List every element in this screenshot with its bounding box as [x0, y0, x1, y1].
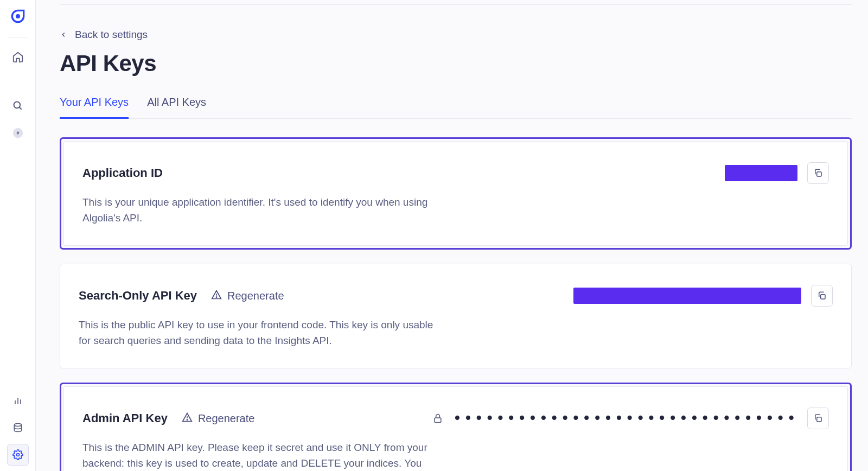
svg-point-7: [14, 424, 21, 427]
sidebar-item-analytics[interactable]: [7, 390, 29, 411]
svg-line-2: [19, 107, 21, 110]
search-key-desc: This is the public API key to use in you…: [79, 317, 437, 348]
svg-point-0: [16, 14, 20, 18]
admin-key-highlight: Admin API Key Regenerate: [60, 383, 852, 471]
svg-rect-9: [817, 172, 821, 176]
sidebar-item-settings[interactable]: [7, 444, 29, 466]
admin-key-desc: This is the ADMIN API key. Please keep i…: [82, 440, 441, 471]
svg-rect-12: [821, 295, 825, 299]
back-to-settings-link[interactable]: Back to settings: [60, 29, 868, 41]
page-title: API Keys: [60, 50, 868, 77]
application-id-desc: This is your unique application identifi…: [82, 195, 441, 226]
copy-admin-key-button[interactable]: [807, 408, 829, 429]
copy-search-key-button[interactable]: [811, 285, 833, 307]
application-id-title: Application ID: [82, 166, 163, 180]
sidebar-item-data[interactable]: [7, 417, 29, 438]
tabs: Your API Keys All API Keys: [60, 96, 852, 119]
regenerate-label: Regenerate: [198, 412, 255, 425]
svg-point-11: [216, 296, 216, 297]
card-application-id: Application ID This is your unique appli…: [63, 141, 848, 246]
sidebar-item-home[interactable]: [7, 46, 29, 68]
regenerate-admin-key-button[interactable]: Regenerate: [182, 412, 255, 425]
warning-icon: [211, 289, 222, 303]
card-search-only-key: Search-Only API Key Regenerate: [60, 264, 852, 368]
sidebar-item-events[interactable]: [7, 122, 29, 144]
back-label: Back to settings: [75, 29, 148, 41]
application-id-value-redacted: [725, 165, 797, 181]
regenerate-search-key-button[interactable]: Regenerate: [211, 289, 284, 303]
lock-icon: [432, 413, 443, 424]
warning-icon: [182, 412, 193, 425]
svg-rect-15: [435, 418, 441, 422]
svg-point-1: [14, 102, 20, 109]
card-admin-key: Admin API Key Regenerate: [63, 386, 848, 471]
sidebar-item-search[interactable]: [7, 95, 29, 117]
sidebar: [0, 0, 36, 471]
svg-point-8: [16, 454, 19, 456]
tab-all-api-keys[interactable]: All API Keys: [147, 96, 206, 118]
search-key-title: Search-Only API Key: [79, 289, 197, 303]
sidebar-divider: [8, 37, 28, 37]
tab-your-api-keys[interactable]: Your API Keys: [60, 96, 129, 119]
main-content: Back to settings API Keys Your API Keys …: [36, 0, 868, 471]
search-key-value-redacted: [573, 288, 801, 304]
algolia-logo: [9, 8, 27, 25]
admin-key-title: Admin API Key: [82, 411, 168, 425]
application-id-highlight: Application ID This is your unique appli…: [60, 137, 852, 250]
svg-point-14: [187, 419, 187, 419]
copy-application-id-button[interactable]: [807, 162, 829, 184]
admin-key-masked-value: ••••••••••••••••••••••••••••••••: [453, 411, 797, 426]
top-border: [60, 0, 852, 5]
regenerate-label: Regenerate: [227, 290, 284, 302]
svg-rect-16: [817, 417, 821, 422]
